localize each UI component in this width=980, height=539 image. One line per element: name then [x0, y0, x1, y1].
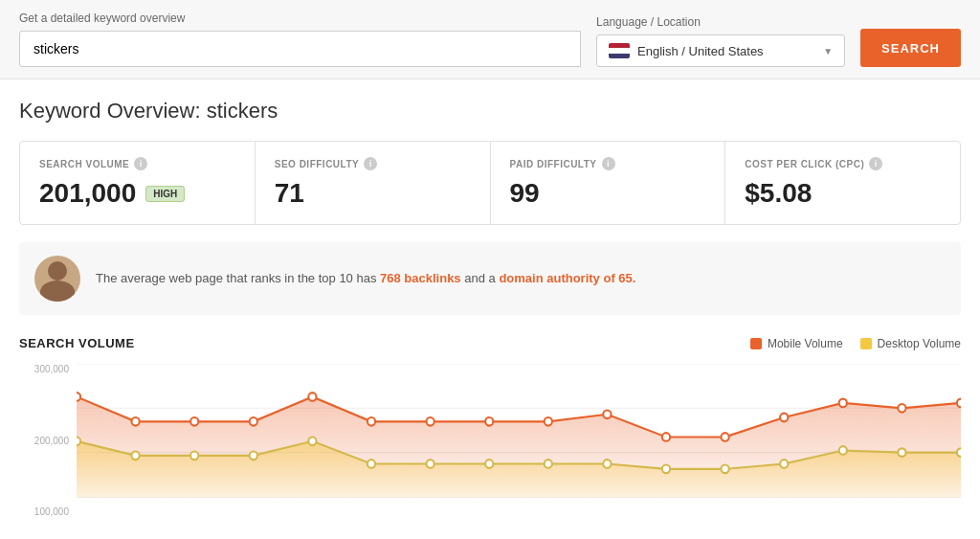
- mobile-dot: [77, 393, 80, 401]
- mobile-dot: [780, 414, 788, 422]
- search-label: Get a detailed keyword overview: [19, 11, 581, 25]
- advisor-box: The average web page that ranks in the t…: [19, 242, 961, 315]
- desktop-dot: [545, 460, 552, 468]
- advisor-highlight-backlinks: 768 backlinks: [380, 271, 461, 285]
- mobile-dot: [485, 417, 493, 426]
- desktop-volume-label: Desktop Volume: [878, 337, 961, 350]
- seo-difficulty-info-icon[interactable]: i: [364, 157, 377, 170]
- metric-search-volume: SEARCH VOLUME i 201,000 HIGH: [20, 142, 256, 224]
- desktop-dot: [190, 452, 198, 460]
- desktop-dot: [250, 452, 257, 460]
- metric-cpc-label: COST PER CLICK (CPC) i: [745, 157, 941, 170]
- desktop-dot: [77, 437, 80, 445]
- desktop-dot: [368, 460, 375, 468]
- mobile-volume-icon: [750, 338, 762, 349]
- advisor-highlight-authority: domain authority of 65.: [499, 271, 635, 285]
- chart-title: SEARCH VOLUME: [19, 336, 135, 350]
- advisor-text-before: The average web page that ranks in the t…: [96, 271, 380, 285]
- high-badge: HIGH: [145, 186, 185, 202]
- search-volume-chart: 300,000 200,000 100,000: [19, 364, 961, 517]
- mobile-dot: [368, 417, 375, 426]
- desktop-dot: [603, 460, 611, 468]
- avatar-body: [40, 281, 75, 302]
- mobile-dot: [957, 399, 961, 408]
- chart-legend: Mobile Volume Desktop Volume: [750, 337, 961, 350]
- metric-search-volume-value: 201,000 HIGH: [39, 178, 235, 209]
- desktop-dot: [957, 448, 961, 457]
- mobile-dot: [662, 433, 670, 441]
- search-input[interactable]: [19, 31, 581, 67]
- language-value: English / United States: [637, 44, 815, 58]
- legend-desktop-volume: Desktop Volume: [860, 337, 961, 350]
- search-button[interactable]: SEARCH: [860, 29, 961, 67]
- desktop-dot: [721, 465, 728, 474]
- language-label: Language / Location: [596, 15, 845, 29]
- chart-yaxis: 300,000 200,000 100,000: [19, 364, 77, 517]
- search-input-wrap: [19, 31, 581, 67]
- legend-mobile-volume: Mobile Volume: [750, 337, 843, 350]
- mobile-dot: [721, 433, 728, 441]
- language-selector[interactable]: English / United States ▼: [596, 34, 845, 67]
- chart-header: SEARCH VOLUME Mobile Volume Desktop Volu…: [19, 336, 961, 350]
- mobile-dot: [603, 410, 611, 418]
- desktop-dot: [485, 460, 493, 468]
- desktop-dot: [898, 448, 905, 457]
- desktop-dot: [426, 460, 434, 468]
- chart-svg: [77, 364, 961, 498]
- metric-seo-difficulty-label: SEO DIFFICULTY i: [275, 157, 471, 170]
- language-section: Language / Location English / United Sta…: [596, 15, 845, 67]
- top-bar: Get a detailed keyword overview Language…: [0, 0, 980, 79]
- avatar-head: [48, 261, 67, 281]
- chevron-down-icon: ▼: [823, 46, 833, 56]
- mobile-dot: [190, 417, 198, 426]
- advisor-text-mid: and a: [461, 271, 500, 285]
- advisor-text: The average web page that ranks in the t…: [96, 269, 635, 288]
- mobile-dot: [545, 417, 552, 426]
- mobile-dot: [839, 399, 847, 408]
- desktop-dot: [839, 446, 847, 455]
- yaxis-label-300k: 300,000: [19, 364, 77, 374]
- desktop-dot: [780, 460, 788, 468]
- mobile-dot: [308, 393, 316, 401]
- chart-svg-area: [77, 364, 961, 498]
- metric-paid-difficulty-value: 99: [510, 178, 706, 209]
- mobile-dot: [131, 417, 139, 426]
- mobile-dot: [898, 404, 905, 413]
- metric-seo-difficulty-value: 71: [275, 178, 471, 209]
- main-content: Keyword Overview: stickers SEARCH VOLUME…: [0, 79, 980, 517]
- keyword-overview-title: Keyword Overview: stickers: [19, 99, 961, 124]
- desktop-volume-icon: [860, 338, 872, 349]
- chart-section: SEARCH VOLUME Mobile Volume Desktop Volu…: [19, 336, 961, 517]
- us-flag-icon: [609, 43, 630, 58]
- yaxis-label-100k: 100,000: [19, 506, 77, 517]
- paid-difficulty-info-icon[interactable]: i: [602, 157, 615, 170]
- search-volume-info-icon[interactable]: i: [134, 157, 147, 170]
- desktop-dot: [308, 437, 316, 445]
- metric-paid-difficulty-label: PAID DIFFICULTY i: [510, 157, 706, 170]
- metric-cpc: COST PER CLICK (CPC) i $5.08: [725, 142, 960, 224]
- desktop-dot: [131, 452, 139, 460]
- search-section: Get a detailed keyword overview: [19, 11, 581, 67]
- yaxis-label-200k: 200,000: [19, 436, 77, 446]
- cpc-info-icon[interactable]: i: [869, 157, 882, 170]
- metric-cpc-value: $5.08: [745, 178, 941, 209]
- keyword-value: stickers: [207, 99, 278, 123]
- desktop-dot: [662, 465, 670, 474]
- advisor-avatar: [34, 256, 80, 302]
- metric-seo-difficulty: SEO DIFFICULTY i 71: [256, 142, 491, 224]
- metric-search-volume-label: SEARCH VOLUME i: [39, 157, 235, 170]
- title-prefix: Keyword Overview:: [19, 99, 201, 123]
- metrics-row: SEARCH VOLUME i 201,000 HIGH SEO DIFFICU…: [19, 141, 961, 225]
- mobile-volume-label: Mobile Volume: [768, 337, 843, 350]
- mobile-dot: [250, 417, 257, 426]
- metric-paid-difficulty: PAID DIFFICULTY i 99: [491, 142, 726, 224]
- mobile-dot: [426, 417, 434, 426]
